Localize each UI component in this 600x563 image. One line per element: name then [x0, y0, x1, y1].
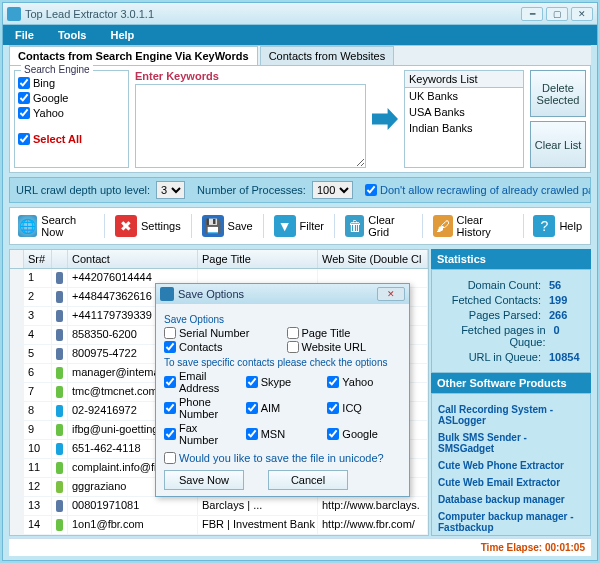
time-elapse: Time Elapse: 00:01:05	[481, 542, 585, 553]
checkbox-recrawl[interactable]: Don't allow recrawling of already crawle…	[365, 184, 591, 196]
stat-row: Fetched Contacts:199	[438, 294, 584, 306]
list-item[interactable]: UK Banks	[405, 88, 523, 104]
checkbox-msn[interactable]: MSN	[246, 422, 320, 446]
contact-type-icon	[56, 405, 63, 417]
clear-list-button[interactable]: Clear List	[530, 121, 586, 168]
contact-type-icon	[56, 519, 63, 531]
options-row: URL crawl depth upto level: 3 Number of …	[9, 177, 591, 203]
filter-button[interactable]: ▼Filter	[268, 211, 330, 241]
app-icon	[7, 7, 21, 21]
tab-search-engine[interactable]: Contacts from Search Engine Via KeyWords	[9, 46, 258, 65]
crawl-depth-label: URL crawl depth upto level:	[16, 184, 150, 196]
app-title: Top Lead Extractor 3.0.1.1	[25, 8, 521, 20]
contact-type-icon	[56, 367, 63, 379]
arrow-right-icon[interactable]	[372, 108, 398, 130]
settings-button[interactable]: ✖Settings	[109, 211, 187, 241]
contact-type-icon	[56, 424, 63, 436]
statistics-body: Domain Count:56Fetched Contacts:199Pages…	[431, 269, 591, 373]
keywords-list: Keywords List UK Banks USA Banks Indian …	[404, 70, 524, 168]
statusbar: Time Elapse: 00:01:05	[9, 538, 591, 556]
save-button[interactable]: 💾Save	[196, 211, 259, 241]
checkbox-fax[interactable]: Fax Number	[164, 422, 238, 446]
keywords-textarea[interactable]	[135, 84, 366, 168]
maximize-button[interactable]: ▢	[546, 7, 568, 21]
checkbox-icq[interactable]: ICQ	[327, 396, 401, 420]
search-now-button[interactable]: 🌐Search Now	[12, 210, 100, 242]
contact-type-icon	[56, 481, 63, 493]
save-now-button[interactable]: Save Now	[164, 470, 244, 490]
product-link[interactable]: Cute Web Email Extractor	[438, 477, 584, 488]
search-engine-legend: Search Engine	[21, 64, 93, 75]
menubar: File Tools Help	[3, 25, 597, 45]
menu-help[interactable]: Help	[98, 25, 146, 45]
enter-keywords-group: Enter Keywords	[135, 70, 366, 168]
clear-grid-button[interactable]: 🗑Clear Grid	[339, 210, 418, 242]
funnel-icon: ▼	[274, 215, 296, 237]
checkbox-bing[interactable]: Bing	[18, 77, 125, 89]
checkbox-select-all[interactable]: Select All	[18, 133, 125, 145]
contact-type-icon	[56, 443, 63, 455]
processes-select[interactable]: 100	[312, 181, 353, 199]
floppy-icon	[160, 287, 174, 301]
brush-icon: 🖌	[433, 215, 452, 237]
titlebar: Top Lead Extractor 3.0.1.1 ━ ▢ ✕	[3, 3, 597, 25]
processes-label: Number of Processes:	[197, 184, 306, 196]
dialog-title: Save Options	[178, 288, 244, 300]
enter-keywords-label: Enter Keywords	[135, 70, 366, 82]
save-options-section: Save Options	[164, 314, 401, 325]
checkbox-yahoo[interactable]: Yahoo	[18, 107, 125, 119]
list-item[interactable]: USA Banks	[405, 104, 523, 120]
keywords-list-header: Keywords List	[404, 70, 524, 88]
keyword-panel: Search Engine Bing Google Yahoo Select A…	[9, 65, 591, 173]
menu-file[interactable]: File	[3, 25, 46, 45]
help-icon: ?	[533, 215, 555, 237]
menu-tools[interactable]: Tools	[46, 25, 99, 45]
checkbox-phone[interactable]: Phone Number	[164, 396, 238, 420]
help-button[interactable]: ?Help	[527, 211, 588, 241]
product-link[interactable]: Computer backup manager - Fastbackup	[438, 511, 584, 533]
tab-websites[interactable]: Contacts from Websites	[260, 46, 395, 65]
minimize-button[interactable]: ━	[521, 7, 543, 21]
contact-type-icon	[56, 462, 63, 474]
checkbox-serial[interactable]: Serial Number	[164, 327, 279, 339]
crawl-depth-select[interactable]: 3	[156, 181, 185, 199]
floppy-icon: 💾	[202, 215, 224, 237]
col-sr[interactable]: Sr#	[24, 250, 52, 268]
product-link[interactable]: Bulk SMS Sender - SMSGadget	[438, 432, 584, 454]
checkbox-unicode[interactable]: Would you like to save the file in unico…	[164, 452, 401, 464]
checkbox-skype[interactable]: Skype	[246, 370, 320, 394]
list-item[interactable]: Indian Banks	[405, 120, 523, 136]
contact-type-icon	[56, 348, 63, 360]
table-row[interactable]: 1300801971081Barclays | ...http://www.ba…	[10, 497, 428, 516]
checkbox-contacts[interactable]: Contacts	[164, 341, 279, 353]
table-row[interactable]: 141on1@fbr.comFBR | Investment Bankhttp:…	[10, 516, 428, 535]
contact-type-icon	[56, 272, 63, 284]
globe-icon: 🌐	[18, 215, 37, 237]
dialog-close-button[interactable]: ✕	[377, 287, 405, 301]
clear-history-button[interactable]: 🖌Clear History	[427, 210, 518, 242]
product-link[interactable]: Cute Web Phone Extractor	[438, 460, 584, 471]
checkbox-aim[interactable]: AIM	[246, 396, 320, 420]
col-contact[interactable]: Contact	[68, 250, 198, 268]
contact-type-icon	[56, 310, 63, 322]
checkbox-google[interactable]: Google	[327, 422, 401, 446]
keywords-list-items[interactable]: UK Banks USA Banks Indian Banks	[404, 88, 524, 168]
checkbox-pagetitle[interactable]: Page Title	[287, 327, 402, 339]
delete-selected-button[interactable]: Delete Selected	[530, 70, 586, 117]
products-list: Call Recording System - ASLoggerBulk SMS…	[431, 393, 591, 536]
right-column: Statistics Domain Count:56Fetched Contac…	[431, 249, 591, 536]
checkbox-google[interactable]: Google	[18, 92, 125, 104]
col-pagetitle[interactable]: Page Title	[198, 250, 318, 268]
stat-row: URL in Queue:10854	[438, 351, 584, 363]
tools-icon: ✖	[115, 215, 137, 237]
checkbox-yahoo[interactable]: Yahoo	[327, 370, 401, 394]
product-link[interactable]: Database backup manager	[438, 494, 584, 505]
checkbox-weburl[interactable]: Website URL	[287, 341, 402, 353]
close-button[interactable]: ✕	[571, 7, 593, 21]
product-link[interactable]: Call Recording System - ASLogger	[438, 404, 584, 426]
col-website[interactable]: Web Site (Double Cl	[318, 250, 428, 268]
cancel-button[interactable]: Cancel	[268, 470, 348, 490]
checkbox-email[interactable]: Email Address	[164, 370, 238, 394]
grid-header: Sr# Contact Page Title Web Site (Double …	[10, 250, 428, 269]
specific-contacts-section: To save specific contacts please check t…	[164, 357, 401, 368]
